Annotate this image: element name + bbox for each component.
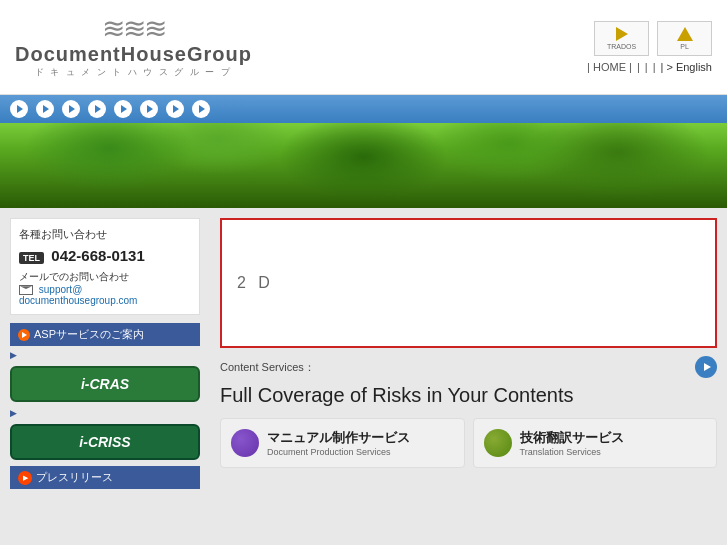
nav-english[interactable]: | > English xyxy=(661,61,712,73)
nav-arrow-3[interactable] xyxy=(62,100,80,118)
partner2-label: PL xyxy=(680,43,689,50)
nav-arrow-7[interactable] xyxy=(166,100,184,118)
content-services-row: Content Services： xyxy=(220,356,717,378)
main-box: 2 D xyxy=(220,218,717,348)
contact-title: 各種お問い合わせ xyxy=(19,227,191,242)
hero-image xyxy=(0,123,727,208)
logo-area: ≋≋≋ DocumentHouseGroup ド キ ュ メ ン ト ハ ウ ス… xyxy=(15,15,252,79)
partner-triangle2-icon xyxy=(677,27,693,41)
asp-label: ASPサービスのご案内 xyxy=(34,327,144,342)
press-label: プレスリリース xyxy=(36,470,113,485)
tree-canopy xyxy=(0,123,727,208)
nav-arrow-4[interactable] xyxy=(88,100,106,118)
content-services-arrow[interactable] xyxy=(695,356,717,378)
mail-section: メールでのお問い合わせ support@documenthousegroup.c… xyxy=(19,270,191,306)
mail-link[interactable]: support@documenthousegroup.com xyxy=(19,284,137,306)
asp-circle-icon xyxy=(18,329,30,341)
nav-arrow-2[interactable] xyxy=(36,100,54,118)
header-right: TRADOS PL | HOME | | | | | > English xyxy=(587,21,712,73)
contact-section: 各種お問い合わせ TEL 042-668-0131 メールでのお問い合わせ su… xyxy=(10,218,200,315)
header: ≋≋≋ DocumentHouseGroup ド キ ュ メ ン ト ハ ウ ス… xyxy=(0,0,727,95)
manual-service-sub: Document Production Services xyxy=(267,447,410,457)
main-content: 各種お問い合わせ TEL 042-668-0131 メールでのお問い合わせ su… xyxy=(0,208,727,545)
mail-label: メールでのお問い合わせ xyxy=(19,271,129,282)
service-card-translation[interactable]: 技術翻訳サービス Translation Services xyxy=(473,418,718,468)
nav-home[interactable]: | HOME | xyxy=(587,61,632,73)
content-area: 2 D Content Services： Full Coverage of R… xyxy=(210,208,727,545)
translation-service-icon xyxy=(484,429,512,457)
partner-badge-1: TRADOS xyxy=(594,21,649,56)
manual-service-icon xyxy=(231,429,259,457)
sidebar: 各種お問い合わせ TEL 042-668-0131 メールでのお問い合わせ su… xyxy=(0,208,210,545)
asp-banner[interactable]: ASPサービスのご案内 xyxy=(10,323,200,346)
logo-text: DocumentHouseGroup xyxy=(15,43,252,66)
content-services-label: Content Services： xyxy=(220,360,315,375)
tel-row: TEL 042-668-0131 xyxy=(19,247,191,264)
nav-sep3: | xyxy=(653,61,656,73)
manual-service-text: マニュアル制作サービス Document Production Services xyxy=(267,429,410,457)
nav-bar: | HOME | | | | | > English xyxy=(587,61,712,73)
nav-sep2: | xyxy=(645,61,648,73)
nav-arrow-1[interactable] xyxy=(10,100,28,118)
translation-service-title: 技術翻訳サービス xyxy=(520,429,624,447)
service-card-manual[interactable]: マニュアル制作サービス Document Production Services xyxy=(220,418,465,468)
icrss-button[interactable]: i-CRISS xyxy=(10,424,200,460)
press-circle-icon xyxy=(18,471,32,485)
partner1-label: TRADOS xyxy=(607,43,636,50)
nav-sep1: | xyxy=(637,61,640,73)
sidebar-arrow-1: ▶ xyxy=(10,350,200,360)
translation-service-text: 技術翻訳サービス Translation Services xyxy=(520,429,624,457)
logo-wave-icon: ≋≋≋ xyxy=(102,15,165,43)
partner-triangle-icon xyxy=(616,27,628,41)
nav-arrow-5[interactable] xyxy=(114,100,132,118)
tel-number: 042-668-0131 xyxy=(51,247,144,264)
nav-arrow-8[interactable] xyxy=(192,100,210,118)
arrows-bar xyxy=(0,95,727,123)
manual-service-title: マニュアル制作サービス xyxy=(267,429,410,447)
mail-icon xyxy=(19,285,33,295)
partner-badge-2: PL xyxy=(657,21,712,56)
full-coverage-title: Full Coverage of Risks in Your Contents xyxy=(220,382,717,408)
sidebar-arrow-2: ▶ xyxy=(10,408,200,418)
services-grid: マニュアル制作サービス Document Production Services… xyxy=(220,418,717,468)
icras-button[interactable]: i-CRAS xyxy=(10,366,200,402)
translation-service-sub: Translation Services xyxy=(520,447,624,457)
partner-logos: TRADOS PL xyxy=(594,21,712,56)
press-banner[interactable]: プレスリリース xyxy=(10,466,200,489)
tel-badge: TEL xyxy=(19,252,44,264)
nav-arrow-6[interactable] xyxy=(140,100,158,118)
main-box-text: 2 D xyxy=(237,274,274,292)
logo-subtext: ド キ ュ メ ン ト ハ ウ ス グ ル ー プ xyxy=(35,66,232,79)
